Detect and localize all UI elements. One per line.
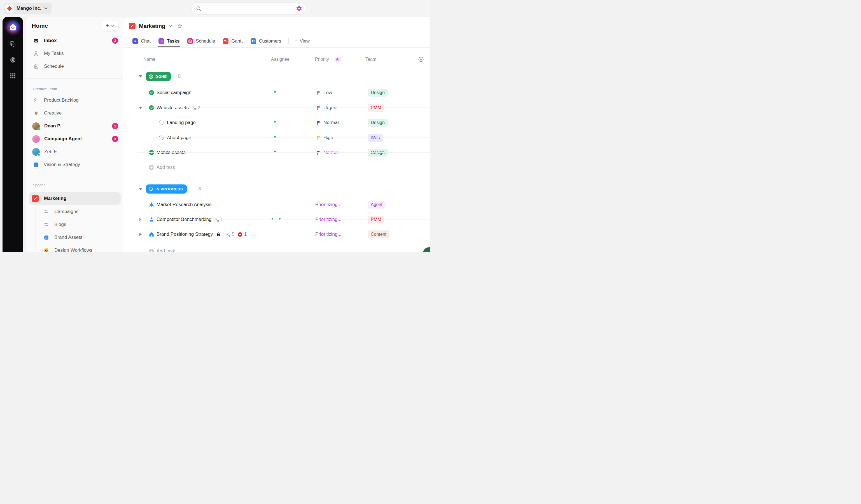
chats-icon[interactable] — [9, 40, 16, 47]
collapse-toggle-icon[interactable] — [139, 188, 142, 190]
group-header-in-progress: IN PROGRESS 3 — [123, 183, 430, 195]
sidebar-item-dean[interactable]: Dean P. 1 — [26, 120, 123, 133]
subtask-icon — [226, 232, 230, 236]
tab-label: Customers — [259, 38, 282, 44]
sidebar-item-my-tasks[interactable]: My Tasks — [26, 47, 123, 60]
add-task-label: Add task — [156, 248, 175, 252]
priority-ai-status[interactable]: Prioritizing... — [315, 232, 342, 237]
check-circle-icon — [149, 74, 153, 79]
sidebar-item-marketing[interactable]: Marketing — [29, 192, 121, 205]
team-chip[interactable]: Content — [368, 230, 390, 238]
sidebar-item-vision-strategy[interactable]: Vision & Strategy — [26, 158, 123, 171]
calendar-icon — [33, 64, 39, 69]
checklist-icon — [33, 97, 39, 103]
add-column-button[interactable] — [418, 57, 424, 63]
home-app-icon[interactable] — [6, 21, 19, 33]
status-group-pill-in-progress[interactable]: IN PROGRESS — [146, 184, 187, 193]
subtask-count: 5 — [226, 232, 234, 237]
expand-toggle-icon[interactable] — [139, 233, 142, 236]
inbox-count-badge: 3 — [112, 38, 118, 44]
whiteboard-icon — [44, 248, 49, 252]
tab-chat[interactable]: # Chat — [132, 35, 151, 47]
tab-gantt[interactable]: Gantt — [222, 35, 243, 47]
expand-toggle-icon[interactable] — [139, 107, 142, 109]
inbox-icon — [33, 38, 39, 43]
gantt-tab-icon — [223, 38, 229, 44]
checklist-icon — [44, 222, 49, 227]
chevron-down-icon — [111, 25, 114, 27]
sidebar-item-label: Campaigns — [54, 209, 78, 215]
customers-tab-icon — [250, 38, 256, 44]
add-task-button[interactable]: Add task — [123, 243, 430, 252]
sidebar-item-product-backlog[interactable]: Product Backlog — [26, 94, 123, 107]
tab-customers[interactable]: Customers — [250, 35, 282, 47]
plus-circle-icon — [149, 248, 154, 252]
notification-badge: 3 — [112, 136, 118, 142]
avatar — [32, 122, 40, 130]
task-name[interactable]: Brand Positioning Strategy — [156, 232, 213, 237]
sidebar-item-campaign-agent[interactable]: Campaign Agent 3 — [26, 133, 123, 145]
ai-flower-rail-icon[interactable] — [9, 56, 16, 64]
sidebar-item-blogs[interactable]: Blogs — [26, 218, 123, 231]
view-tabs: # Chat Tasks Schedule — [123, 35, 430, 47]
sidebar-item-label: Vision & Strategy — [44, 162, 80, 167]
sidebar-item-design-workflows[interactable]: Design Workflows — [26, 244, 123, 252]
sidebar: Home + Inbox 3 My Tasks Schedule Creativ… — [26, 17, 123, 252]
collapse-toggle-icon[interactable] — [139, 75, 142, 78]
create-new-button[interactable]: + — [101, 21, 119, 31]
tab-label: Chat — [141, 38, 151, 44]
marketing-space-icon — [32, 195, 39, 202]
ai-flower-icon[interactable] — [296, 5, 302, 12]
checklist-icon — [44, 209, 49, 214]
group-header-done: DONE 5 — [123, 71, 430, 82]
add-task-button[interactable]: Add task — [123, 160, 430, 175]
sidebar-item-creative[interactable]: # Creative — [26, 107, 123, 120]
chat-tab-icon: # — [133, 38, 138, 44]
add-view-button[interactable]: + View — [294, 38, 310, 44]
presence-dot — [274, 91, 276, 93]
person-check-icon — [33, 51, 39, 56]
divider — [137, 93, 430, 93]
column-header-priority[interactable]: Priority — [315, 57, 329, 62]
divider — [137, 219, 430, 220]
sidebar-item-schedule[interactable]: Schedule — [26, 60, 123, 73]
global-search[interactable] — [191, 2, 306, 14]
status-group-pill-done[interactable]: DONE — [146, 72, 171, 81]
divider — [288, 38, 289, 44]
chevron-down-icon — [44, 7, 47, 10]
sidebar-item-label: Design Workflows — [54, 247, 92, 252]
presence-dot — [274, 136, 276, 138]
sidebar-item-label: Dean P. — [44, 123, 61, 129]
avatar — [32, 135, 40, 143]
star-icon[interactable] — [177, 23, 183, 29]
notification-badge: 1 — [112, 123, 118, 129]
workspace-switcher[interactable]: Mango Inc. — [4, 3, 52, 14]
sidebar-item-inbox[interactable]: Inbox 3 — [26, 34, 123, 47]
search-input[interactable] — [204, 6, 293, 11]
tab-tasks[interactable]: Tasks — [158, 35, 180, 47]
presence-dot — [38, 128, 40, 131]
schedule-tab-icon — [187, 38, 193, 44]
apps-grid-icon[interactable] — [9, 72, 16, 80]
column-header-name[interactable]: Name — [144, 57, 155, 62]
sidebar-item-brand-assets[interactable]: Brand Assets — [26, 231, 123, 244]
chevron-down-icon[interactable] — [168, 25, 172, 27]
doc-icon — [44, 235, 49, 240]
table-row[interactable]: Brand Positioning Strategy 5 1 Prioritiz… — [123, 227, 430, 242]
presence-dot — [278, 217, 281, 220]
add-view-label: View — [300, 38, 310, 44]
tab-schedule[interactable]: Schedule — [187, 35, 216, 47]
column-header-assignee[interactable]: Assignee — [271, 57, 289, 62]
sidebar-item-zeb[interactable]: Zeb E. — [26, 145, 123, 158]
search-icon — [196, 6, 201, 11]
section-label-creative-team: Creative Team — [33, 87, 57, 91]
main-panel: Marketing # Chat Tasks — [123, 17, 430, 252]
sidebar-item-label: Creative — [44, 110, 62, 116]
top-bar: Mango Inc. — [0, 0, 430, 17]
tab-label: Gantt — [231, 38, 243, 44]
column-header-team[interactable]: Team — [365, 57, 376, 62]
sidebar-item-label: Inbox — [44, 38, 57, 43]
house-icon[interactable] — [149, 232, 154, 237]
group-count: 3 — [198, 186, 201, 192]
sidebar-item-campaigns[interactable]: Campaigns — [26, 205, 123, 218]
